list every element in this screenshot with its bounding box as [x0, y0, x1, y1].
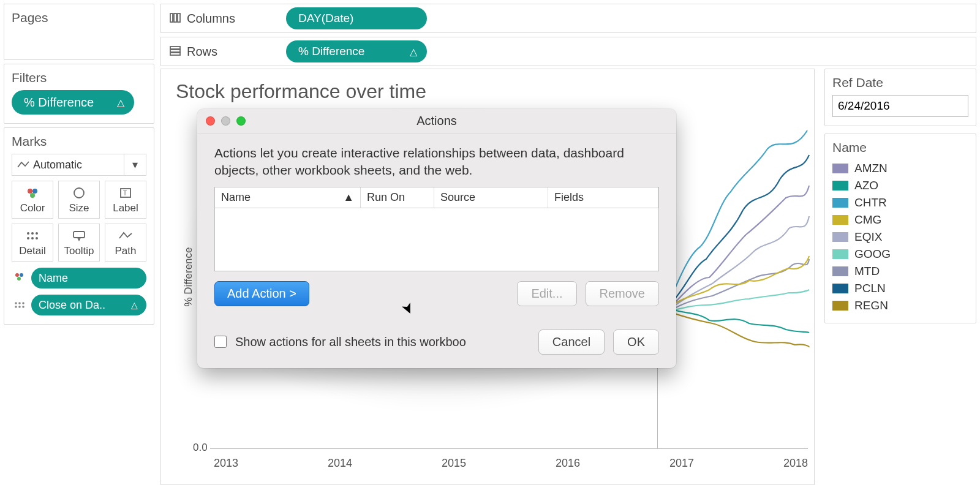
edit-action-button[interactable]: Edit... — [517, 281, 576, 306]
show-all-sheets-label: Show actions for all sheets in this work… — [235, 335, 466, 349]
add-action-button[interactable]: Add Action > — [214, 281, 309, 306]
legend-label: CHTR — [854, 196, 887, 209]
legend-item[interactable]: CMG — [832, 211, 968, 228]
mark-type-dropdown[interactable]: Automatic ▾ — [12, 154, 146, 176]
x-tick: 2018 — [783, 457, 808, 470]
actions-col-fields[interactable]: Fields — [548, 187, 658, 208]
marks-color-label: Color — [12, 202, 53, 214]
dialog-title: Actions — [417, 114, 457, 128]
path-icon — [105, 228, 146, 244]
actions-table[interactable]: Name ▲ Run On Source Fields — [214, 187, 659, 271]
dialog-titlebar[interactable]: Actions — [197, 109, 676, 134]
delta-icon: △ — [117, 97, 124, 108]
legend-item[interactable]: AMZN — [832, 160, 968, 177]
actions-col-name[interactable]: Name ▲ — [215, 187, 361, 208]
filters-pill-pct-difference[interactable]: % Difference △ — [12, 90, 134, 115]
marks-detail-pill-label: Close on Da.. — [39, 299, 105, 312]
marks-color-pill-name[interactable]: Name — [31, 268, 146, 288]
legend-item[interactable]: MTD — [832, 263, 968, 280]
x-axis-ticks: 2013 2014 2015 2016 2017 2018 — [214, 457, 808, 470]
svg-point-2 — [30, 193, 35, 198]
svg-point-21 — [22, 306, 24, 308]
mark-type-label: Automatic — [33, 159, 82, 172]
actions-col-run[interactable]: Run On — [361, 187, 434, 208]
marks-card: Marks Automatic ▾ Color Size T Label — [4, 127, 154, 325]
cancel-button[interactable]: Cancel — [538, 330, 605, 355]
svg-point-16 — [15, 302, 17, 304]
marks-detail-button[interactable]: Detail — [12, 224, 53, 262]
marks-tooltip-button[interactable]: Tooltip — [58, 224, 100, 262]
rows-icon — [170, 45, 181, 59]
legend-label: EQIX — [854, 230, 882, 244]
columns-pill-day-date[interactable]: DAY(Date) — [286, 7, 427, 29]
actions-col-source[interactable]: Source — [434, 187, 548, 208]
filters-pill-label: % Difference — [24, 96, 94, 110]
legend-card: Name AMZNAZOCHTRCMGEQIXGOOGMTDPCLNREGN — [824, 134, 976, 323]
line-icon — [17, 160, 29, 169]
legend-item[interactable]: GOOG — [832, 246, 968, 263]
legend-item[interactable]: EQIX — [832, 228, 968, 246]
ref-date-card: Ref Date — [824, 69, 976, 126]
marks-color-pill-label: Name — [39, 272, 68, 285]
legend-swatch — [832, 249, 848, 259]
rows-label: Rows — [187, 45, 217, 59]
svg-point-0 — [28, 189, 32, 194]
svg-rect-12 — [74, 232, 85, 238]
legend-item[interactable]: PCLN — [832, 280, 968, 297]
marks-path-button[interactable]: Path — [105, 224, 146, 262]
window-minimize-icon — [221, 116, 230, 126]
legend-label: GOOG — [854, 247, 891, 261]
label-icon: T — [105, 185, 146, 201]
legend-swatch — [832, 232, 848, 242]
actions-col-name-label: Name — [221, 191, 251, 204]
marks-size-button[interactable]: Size — [58, 181, 100, 219]
color-swatch-icon — [12, 185, 53, 201]
legend-label: CMG — [854, 213, 881, 227]
remove-action-button[interactable]: Remove — [586, 281, 659, 306]
delta-icon: △ — [131, 300, 138, 310]
svg-point-9 — [27, 237, 29, 239]
pages-shelf[interactable]: Pages — [4, 4, 154, 60]
rows-pill-pct-difference[interactable]: % Difference △ — [286, 40, 427, 62]
filters-shelf[interactable]: Filters % Difference △ — [4, 64, 154, 124]
window-close-icon[interactable] — [206, 116, 215, 126]
show-all-sheets-checkbox[interactable] — [214, 336, 227, 348]
legend-label: AMZN — [854, 162, 888, 175]
legend-swatch — [832, 198, 848, 208]
ref-date-title: Ref Date — [832, 75, 968, 90]
dialog-description: Actions let you create interactive relat… — [214, 145, 659, 179]
columns-shelf[interactable]: Columns DAY(Date) — [160, 4, 976, 33]
marks-tooltip-label: Tooltip — [59, 245, 99, 257]
size-icon — [59, 185, 99, 201]
legend-item[interactable]: REGN — [832, 297, 968, 314]
marks-label-button[interactable]: T Label — [105, 181, 146, 219]
color-swatch-icon — [12, 272, 28, 285]
svg-point-13 — [15, 273, 19, 277]
ref-date-input[interactable] — [832, 95, 968, 117]
x-axis-line — [210, 448, 808, 449]
svg-point-8 — [36, 232, 38, 235]
x-tick: 2017 — [669, 457, 694, 470]
ok-button[interactable]: OK — [613, 330, 659, 355]
legend-swatch — [832, 266, 848, 276]
window-zoom-icon[interactable] — [236, 116, 246, 126]
svg-point-3 — [74, 188, 84, 198]
svg-rect-27 — [170, 53, 180, 55]
svg-point-7 — [31, 232, 34, 235]
svg-point-17 — [18, 302, 21, 304]
rows-shelf[interactable]: Rows % Difference △ — [160, 37, 976, 66]
chart-title: Stock performance over time — [161, 69, 814, 108]
legend-swatch — [832, 301, 848, 311]
marks-color-button[interactable]: Color — [12, 181, 53, 219]
legend-item[interactable]: AZO — [832, 177, 968, 194]
marks-detail-pill-close[interactable]: Close on Da.. △ — [31, 295, 146, 315]
legend-label: REGN — [854, 299, 888, 312]
legend-swatch — [832, 181, 848, 190]
legend-item[interactable]: CHTR — [832, 194, 968, 211]
chevron-down-icon[interactable]: ▾ — [124, 154, 146, 175]
rows-pill-label: % Difference — [298, 45, 364, 58]
svg-point-1 — [32, 189, 37, 194]
marks-detail-label: Detail — [12, 245, 53, 257]
legend-label: AZO — [854, 179, 878, 192]
svg-point-14 — [20, 273, 23, 277]
